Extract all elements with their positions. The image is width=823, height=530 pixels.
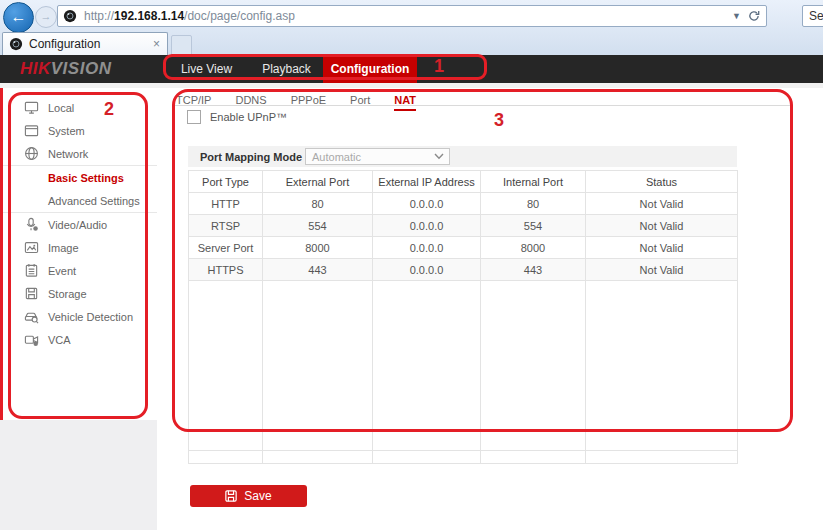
url-host: 192.168.1.14 xyxy=(114,9,184,23)
save-floppy-icon xyxy=(225,490,237,502)
sidebar-item-image[interactable]: Image xyxy=(0,236,157,259)
content-tab-port[interactable]: Port xyxy=(350,94,370,109)
window-icon xyxy=(24,123,39,138)
browser-back-button[interactable]: ← xyxy=(3,2,34,33)
new-tab-button[interactable] xyxy=(171,35,192,56)
sidebar-item-event[interactable]: Event xyxy=(0,259,157,282)
table-cell xyxy=(586,451,738,464)
table-cell xyxy=(263,451,373,464)
table-cell: HTTPS xyxy=(189,259,263,281)
sidebar-item-video-audio[interactable]: Video/Audio xyxy=(0,213,157,236)
table-row: RTSP5540.0.0.0554Not Valid xyxy=(189,215,738,237)
site-favicon-camera-icon xyxy=(63,9,77,23)
content-tab-ddns[interactable]: DDNS xyxy=(235,94,266,109)
sidebar-item-label: Network xyxy=(48,148,88,160)
browser-search-input[interactable]: Se xyxy=(802,5,823,27)
url-path: /doc/page/config.asp xyxy=(184,9,295,23)
port-mapping-table: Port TypeExternal PortExternal IP Addres… xyxy=(188,170,738,464)
nav-tab-configuration[interactable]: Configuration xyxy=(323,55,417,83)
table-row: HTTPS4430.0.0.0443Not Valid xyxy=(189,259,738,281)
address-dropdown-icon[interactable]: ▼ xyxy=(727,11,746,21)
table-cell xyxy=(481,451,586,464)
table-cell: 80 xyxy=(263,193,373,215)
content-tab-nat[interactable]: NAT xyxy=(394,94,416,111)
browser-tab-configuration[interactable]: Configuration × xyxy=(2,32,168,55)
table-cell: Server Port xyxy=(189,237,263,259)
table-row: Server Port80000.0.0.08000Not Valid xyxy=(189,237,738,259)
save-button-label: Save xyxy=(244,489,271,503)
table-cell xyxy=(373,281,481,451)
vehicle-search-icon xyxy=(24,309,39,324)
port-mapping-mode-select[interactable]: Automatic xyxy=(305,148,450,165)
address-bar[interactable]: http:// 192.168.1.14 /doc/page/config.as… xyxy=(57,5,767,27)
table-header-cell: Port Type xyxy=(189,171,263,193)
table-header-row: Port TypeExternal PortExternal IP Addres… xyxy=(189,171,738,193)
sidebar-item-label: Storage xyxy=(48,288,87,300)
table-empty-row xyxy=(189,451,738,464)
table-row: HTTP800.0.0.080Not Valid xyxy=(189,193,738,215)
table-cell: 0.0.0.0 xyxy=(373,237,481,259)
table-cell: 443 xyxy=(481,259,586,281)
enable-upnp-row: Enable UPnP™ xyxy=(187,110,287,124)
sidebar-item-label: Basic Settings xyxy=(48,172,124,184)
table-cell: 80 xyxy=(481,193,586,215)
nav-tab-playback[interactable]: Playback xyxy=(250,55,323,83)
sidebar-item-label: System xyxy=(48,125,85,137)
logo-hik: HIK xyxy=(20,59,51,79)
table-cell: Not Valid xyxy=(586,237,738,259)
table-cell: 554 xyxy=(263,215,373,237)
content-tab-pppoe[interactable]: PPPoE xyxy=(291,94,326,109)
chevron-down-icon xyxy=(434,153,444,160)
appbar-nav: Live ViewPlaybackConfiguration xyxy=(163,55,417,83)
table-header-cell: External IP Address xyxy=(373,171,481,193)
sidebar-item-network[interactable]: Network xyxy=(0,142,157,165)
floppy-icon xyxy=(24,286,39,301)
save-button[interactable]: Save xyxy=(190,485,307,507)
tab-close-icon[interactable]: × xyxy=(153,37,160,51)
table-header-cell: Internal Port xyxy=(481,171,586,193)
sidebar-item-local[interactable]: Local xyxy=(0,96,157,119)
app-header-bar: HIKVISION Live ViewPlaybackConfiguration xyxy=(0,55,823,83)
table-cell xyxy=(586,281,738,451)
sidebar-item-vehicle-detection[interactable]: Vehicle Detection xyxy=(0,305,157,328)
sidebar-item-label: Video/Audio xyxy=(48,219,107,231)
table-header-cell: External Port xyxy=(263,171,373,193)
table-cell xyxy=(189,451,263,464)
table-cell: RTSP xyxy=(189,215,263,237)
table-cell xyxy=(373,451,481,464)
sidebar-item-label: VCA xyxy=(48,334,71,346)
enable-upnp-checkbox[interactable] xyxy=(187,110,201,124)
sidebar-item-label: Image xyxy=(48,242,79,254)
table-cell: 0.0.0.0 xyxy=(373,259,481,281)
tab-favicon-camera-icon xyxy=(9,37,23,51)
sidebar-item-storage[interactable]: Storage xyxy=(0,282,157,305)
sidebar-item-system[interactable]: System xyxy=(0,119,157,142)
screenshot-stage: ← → http:// 192.168.1.14 /doc/page/confi… xyxy=(0,0,823,530)
refresh-icon[interactable] xyxy=(746,10,766,22)
table-cell xyxy=(481,281,586,451)
table-cell: 0.0.0.0 xyxy=(373,215,481,237)
table-cell: 8000 xyxy=(263,237,373,259)
table-cell: Not Valid xyxy=(586,259,738,281)
microphone-icon xyxy=(24,217,39,232)
table-cell: 0.0.0.0 xyxy=(373,193,481,215)
sidebar-item-vca[interactable]: VCA xyxy=(0,328,157,351)
table-cell: 554 xyxy=(481,215,586,237)
search-text: Se xyxy=(809,9,823,23)
nav-tab-live-view[interactable]: Live View xyxy=(163,55,250,83)
sidebar-item-basic-settings[interactable]: Basic Settings xyxy=(0,166,157,189)
tab-title: Configuration xyxy=(29,37,100,51)
table-cell: 8000 xyxy=(481,237,586,259)
sidebar-item-label: Event xyxy=(48,265,76,277)
sidebar-item-advanced-settings[interactable]: Advanced Settings xyxy=(0,189,157,212)
sidebar-item-label: Local xyxy=(48,102,74,114)
sidebar-item-label: Vehicle Detection xyxy=(48,311,133,323)
logo-vision: VISION xyxy=(51,59,112,79)
content-tab-tcp-ip[interactable]: TCP/IP xyxy=(176,94,211,109)
table-cell: Not Valid xyxy=(586,193,738,215)
monitor-icon xyxy=(24,100,39,115)
browser-forward-button[interactable]: → xyxy=(35,6,57,28)
table-cell: HTTP xyxy=(189,193,263,215)
enable-upnp-label: Enable UPnP™ xyxy=(210,111,287,123)
browser-toolbar: ← → http:// 192.168.1.14 /doc/page/confi… xyxy=(0,0,823,55)
